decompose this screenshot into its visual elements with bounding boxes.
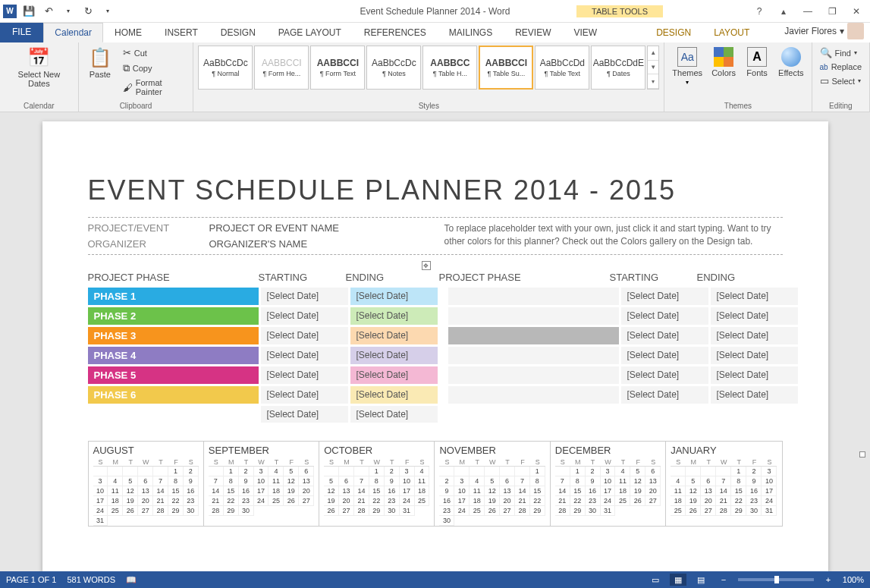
word-count[interactable]: 581 WORDS: [67, 575, 115, 584]
cal-day[interactable]: 24: [254, 496, 269, 506]
cal-day[interactable]: 22: [168, 496, 184, 506]
cal-day[interactable]: 21: [555, 496, 570, 506]
phase-end-cell[interactable]: [Select Date]: [350, 366, 438, 384]
cal-day[interactable]: 31: [601, 506, 616, 516]
cal-day[interactable]: 17: [400, 486, 415, 496]
cal-day[interactable]: 9: [239, 476, 254, 486]
zoom-out[interactable]: −: [715, 574, 732, 586]
qat-save[interactable]: 💾: [20, 2, 38, 20]
page-indicator[interactable]: PAGE 1 OF 1: [6, 575, 56, 584]
cal-day[interactable]: 15: [731, 486, 746, 496]
phase-start-cell[interactable]: [Select Date]: [261, 366, 348, 384]
tab-calendar[interactable]: Calendar: [43, 23, 103, 42]
help-button[interactable]: ?: [750, 4, 768, 19]
cal-day[interactable]: 20: [701, 496, 716, 506]
cal-day[interactable]: 11: [415, 476, 430, 486]
cal-day[interactable]: 19: [485, 496, 500, 506]
phase-end-cell-right[interactable]: [Select Date]: [711, 386, 798, 404]
paste-button[interactable]: 📋 Paste: [83, 46, 117, 80]
cal-day[interactable]: 19: [284, 486, 299, 496]
cal-day[interactable]: 15: [224, 486, 239, 496]
style-item-1[interactable]: AABBCCI¶ Form He...: [254, 46, 309, 90]
zoom-level[interactable]: 100%: [843, 575, 864, 584]
cal-day[interactable]: 28: [209, 506, 224, 516]
cal-day[interactable]: 5: [686, 476, 701, 486]
cal-day[interactable]: 7: [716, 476, 731, 486]
cal-day[interactable]: 6: [138, 476, 153, 486]
cal-day[interactable]: 27: [701, 506, 716, 516]
document-title[interactable]: EVENT SCHEDULE PLANNER 2014 - 2015: [88, 175, 783, 206]
cal-day[interactable]: 10: [762, 476, 777, 486]
cal-day[interactable]: 28: [716, 506, 731, 516]
cal-day[interactable]: 1: [731, 467, 746, 476]
cal-day[interactable]: 27: [500, 506, 515, 516]
cal-day[interactable]: 29: [570, 506, 586, 516]
cal-day[interactable]: 4: [470, 476, 485, 486]
cal-day[interactable]: 27: [138, 506, 153, 516]
cal-day[interactable]: 30: [184, 506, 199, 516]
table-move-handle[interactable]: ✥: [422, 261, 431, 270]
replace-button[interactable]: ab Replace: [817, 61, 865, 73]
calendar-month[interactable]: DECEMBER SMTWTFS 12345678910111213141516…: [551, 442, 666, 526]
cal-day[interactable]: 12: [485, 486, 500, 496]
calendar-month[interactable]: SEPTEMBER SMTWTFS 1234567891011121314151…: [204, 442, 319, 526]
tab-page-layout[interactable]: PAGE LAYOUT: [267, 23, 353, 42]
zoom-slider[interactable]: [738, 578, 814, 581]
cal-day[interactable]: 25: [415, 496, 430, 506]
cal-day[interactable]: 26: [485, 506, 500, 516]
cal-day[interactable]: 22: [731, 496, 746, 506]
cal-day[interactable]: 26: [630, 496, 645, 506]
cal-day[interactable]: 26: [284, 496, 299, 506]
cal-day[interactable]: 2: [586, 467, 601, 476]
cal-day[interactable]: 8: [369, 476, 385, 486]
cal-day[interactable]: 5: [324, 476, 339, 486]
phase-end-cell[interactable]: [Select Date]: [350, 327, 438, 344]
cal-day[interactable]: 3: [400, 467, 415, 476]
cal-day[interactable]: 1: [224, 467, 239, 476]
select-button[interactable]: ▭ Select ▾: [817, 74, 865, 88]
cal-day[interactable]: 15: [530, 486, 545, 496]
cal-day[interactable]: 1: [570, 467, 586, 476]
proofing-icon[interactable]: 📖: [126, 575, 137, 585]
cal-day[interactable]: 22: [570, 496, 586, 506]
cal-day[interactable]: 30: [746, 506, 762, 516]
cal-day[interactable]: 6: [299, 467, 314, 476]
style-item-3[interactable]: AaBbCcDc¶ Notes: [366, 46, 421, 90]
cal-day[interactable]: 10: [254, 476, 269, 486]
copy-button[interactable]: ⧉ Copy: [120, 61, 189, 76]
cal-day[interactable]: 12: [686, 486, 701, 496]
cal-day[interactable]: 15: [570, 486, 586, 496]
cal-day[interactable]: 7: [354, 476, 369, 486]
restore-button[interactable]: ❐: [823, 4, 841, 19]
phase-start-cell[interactable]: [Select Date]: [261, 288, 348, 305]
cal-day[interactable]: 9: [184, 476, 199, 486]
cal-day[interactable]: 29: [224, 506, 239, 516]
phase-end-cell[interactable]: [Select Date]: [350, 288, 438, 305]
cal-day[interactable]: 16: [385, 486, 400, 496]
style-item-7[interactable]: AaBbCcDdE¶ Dates: [591, 46, 645, 90]
cal-day[interactable]: 21: [716, 496, 731, 506]
style-item-2[interactable]: AABBCCI¶ Form Text: [310, 46, 365, 90]
phase-name-cell-right[interactable]: [448, 307, 619, 325]
cal-day[interactable]: 5: [485, 476, 500, 486]
cal-day[interactable]: 15: [168, 486, 184, 496]
qat-undo-more[interactable]: ▾: [59, 2, 77, 20]
cal-day[interactable]: 30: [239, 506, 254, 516]
cal-day[interactable]: 29: [530, 506, 545, 516]
tab-home[interactable]: HOME: [103, 23, 153, 42]
cal-day[interactable]: 22: [369, 496, 385, 506]
phase-name-cell-right[interactable]: [448, 327, 619, 344]
help-text[interactable]: To replace placeholder text with your ow…: [444, 222, 783, 250]
phase-name-cell[interactable]: PHASE 3: [88, 327, 259, 344]
cal-day[interactable]: 24: [400, 496, 415, 506]
cal-day[interactable]: 14: [354, 486, 369, 496]
phase-start-cell[interactable]: [Select Date]: [261, 386, 348, 404]
tab-design[interactable]: DESIGN: [209, 23, 267, 42]
cal-day[interactable]: 14: [716, 486, 731, 496]
cal-day[interactable]: 4: [415, 467, 430, 476]
cal-day[interactable]: 18: [108, 496, 123, 506]
cal-day[interactable]: 19: [686, 496, 701, 506]
calendar-row[interactable]: AUGUST SMTWTFS 1234567891011121314151617…: [88, 441, 783, 527]
tab-mailings[interactable]: MAILINGS: [438, 23, 504, 42]
cal-day[interactable]: 18: [615, 486, 630, 496]
